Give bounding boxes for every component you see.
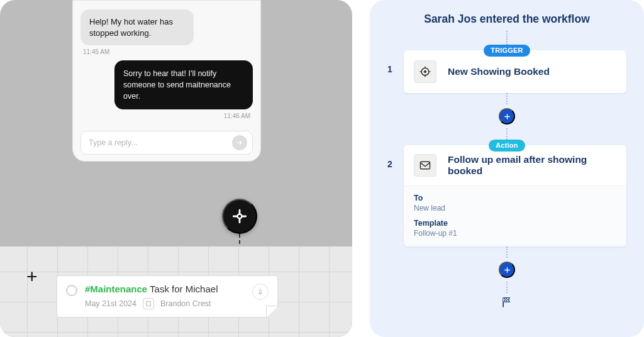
add-step-button[interactable] bbox=[499, 262, 515, 278]
incoming-time: 11:45 AM bbox=[83, 48, 253, 55]
svg-rect-9 bbox=[504, 301, 505, 302]
pin-icon bbox=[257, 288, 264, 296]
svg-rect-7 bbox=[505, 299, 506, 301]
step-number: 1 bbox=[387, 64, 395, 74]
task-tag: #Maintenance bbox=[85, 284, 147, 294]
plus-split-icon bbox=[231, 208, 248, 224]
connector-dot-line bbox=[506, 31, 508, 45]
to-value: New lead bbox=[414, 204, 616, 213]
workflow-step: 2 Follow up email after showing booked T… bbox=[387, 145, 626, 246]
outgoing-time: 11:46 AM bbox=[224, 113, 250, 119]
building-icon bbox=[143, 298, 154, 309]
action-pill: Action bbox=[489, 140, 525, 152]
chat-task-panel: Help! My hot water has stopped working. … bbox=[0, 0, 352, 337]
arrow-right-icon bbox=[236, 139, 243, 146]
task-title: #Maintenance Task for Michael bbox=[85, 284, 245, 294]
task-title-rest: Task for Michael bbox=[147, 284, 218, 294]
workflow-step: 1 New Showing Booked bbox=[387, 50, 626, 93]
plus-icon bbox=[503, 266, 511, 274]
task-card[interactable]: #Maintenance Task for Michael May 21st 2… bbox=[57, 275, 278, 318]
template-label: Template bbox=[414, 219, 616, 228]
target-icon bbox=[414, 60, 436, 83]
add-step-button[interactable] bbox=[499, 108, 515, 124]
action-card[interactable]: Follow up email after showing booked To … bbox=[404, 145, 626, 246]
plus-icon bbox=[503, 113, 511, 121]
trigger-card[interactable]: New Showing Booked bbox=[404, 50, 626, 93]
trigger-pill: TRIGGER bbox=[484, 45, 530, 57]
task-location: Brandon Crest bbox=[160, 299, 211, 308]
svg-point-3 bbox=[424, 70, 426, 73]
action-title: Follow up email after showing booked bbox=[448, 154, 616, 177]
task-meta: May 21st 2024 Brandon Crest bbox=[85, 298, 245, 309]
to-label: To bbox=[414, 194, 616, 202]
svg-rect-1 bbox=[147, 301, 151, 306]
finish-flag-icon bbox=[500, 296, 514, 309]
task-date: May 21st 2024 bbox=[85, 299, 136, 308]
reply-input[interactable] bbox=[89, 138, 232, 147]
svg-rect-5 bbox=[504, 298, 505, 299]
incoming-message: Help! My hot water has stopped working. bbox=[80, 9, 194, 45]
workflow-panel: Sarah Jos entered the workflow TRIGGER 1… bbox=[370, 0, 644, 337]
mail-icon bbox=[414, 154, 436, 177]
send-button[interactable] bbox=[232, 135, 247, 150]
svg-rect-4 bbox=[421, 162, 430, 169]
template-value: Follow-up #1 bbox=[414, 229, 616, 238]
step-number: 2 bbox=[387, 159, 395, 169]
svg-point-0 bbox=[238, 214, 242, 219]
svg-rect-6 bbox=[506, 298, 507, 299]
chat-card: Help! My hot water has stopped working. … bbox=[72, 0, 261, 162]
outgoing-message: Sorry to hear that! I'll notify someone … bbox=[114, 60, 253, 109]
svg-rect-10 bbox=[506, 301, 507, 302]
svg-rect-8 bbox=[507, 299, 508, 301]
add-node-button[interactable] bbox=[222, 199, 257, 234]
connector-dot-line bbox=[506, 246, 508, 258]
connector-dot-line bbox=[506, 282, 508, 293]
connector-dot-line bbox=[506, 128, 508, 140]
task-complete-radio[interactable] bbox=[66, 285, 77, 296]
pin-button[interactable] bbox=[252, 284, 269, 300]
add-task-handle[interactable]: + bbox=[26, 267, 38, 286]
workflow-title: Sarah Jos entered the workflow bbox=[424, 13, 590, 26]
action-details: To New lead Template Follow-up #1 bbox=[404, 185, 626, 246]
connector-dot-line bbox=[506, 93, 508, 104]
trigger-title: New Showing Booked bbox=[448, 66, 550, 77]
reply-row bbox=[80, 131, 253, 155]
